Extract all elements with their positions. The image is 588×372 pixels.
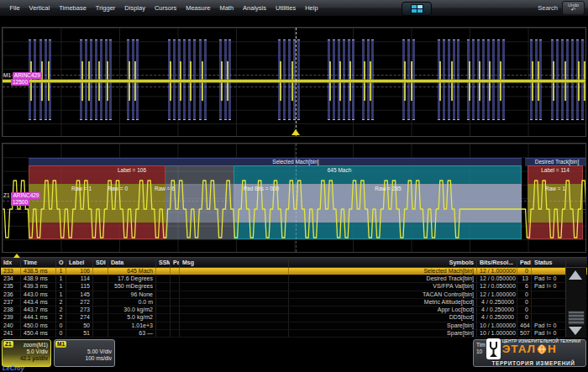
z1-rate-chip: 12500 [11, 199, 29, 206]
menu-item-file[interactable]: File [10, 4, 20, 12]
cell-bits: 12 / 1.000000 [477, 291, 517, 298]
scroll-thumb[interactable] [568, 311, 585, 325]
cell-sdi [93, 307, 108, 313]
table-row-233[interactable]: 233438.5 ms1106645 MachSelected Mach[bin… [1, 268, 587, 275]
zoom-region-cursor[interactable] [296, 28, 297, 136]
trigger-position-marker [291, 129, 300, 135]
column-header-idx[interactable]: Idx [1, 258, 21, 267]
cell-pa [171, 268, 180, 275]
cell-symbols: TACAN Control[bin] [289, 291, 477, 298]
z1-bus-chip: ARINC429 [11, 192, 40, 199]
menu-item-display[interactable]: Display [124, 4, 145, 12]
cell-sdi [93, 275, 108, 282]
m1-trace-descriptor[interactable]: M1 5.00 V/div 100 ms/div [54, 339, 115, 367]
menu-item-help[interactable]: Help [305, 4, 318, 12]
column-header-status[interactable]: Status [532, 258, 566, 267]
cell-pa [171, 330, 180, 337]
m1-badge: M1 [55, 341, 66, 348]
table-row-238[interactable]: 238443.7 ms227330.0 kg/m2Appr Loc[bcd]4 … [1, 307, 587, 314]
column-header-symbols[interactable]: Symbols [289, 258, 477, 267]
cell-pa [171, 322, 180, 329]
cell-ssm [156, 291, 171, 298]
cell-bits: 4 / 0.250000 [477, 299, 517, 306]
zoom-waveform-grid[interactable]: Selected Mach[bin]Label = 106Raw = 1Raw … [2, 143, 586, 253]
cell-ssm [156, 330, 171, 337]
undo-icon: ↶ [571, 7, 576, 13]
cell-idx: 234 [1, 275, 21, 282]
cell-label: 114 [66, 275, 93, 282]
m1-bus-chip: ARINC429 [13, 72, 42, 79]
cell-o: 2 [56, 307, 66, 313]
cell-pad: 0 [517, 299, 532, 306]
column-header-o[interactable]: O [56, 258, 66, 267]
cell-msg [180, 291, 289, 298]
decode-field-value: 645 Mach [328, 167, 352, 173]
table-row-240[interactable]: 240450.0 ms0501.01e+3Spare[bin]10 / 1.00… [1, 322, 587, 330]
cell-idx: 237 [1, 299, 21, 306]
table-header-row: IdxTimeOLabelSDIDataSSMPaMsgSymbolsBits/… [1, 257, 587, 268]
table-row-234[interactable]: 234438.9 ms111417.6 DegreesDesired Track… [1, 275, 587, 283]
menu-item-math[interactable]: Math [219, 4, 234, 12]
cell-sdi [93, 299, 108, 306]
column-header-label[interactable]: Label [66, 258, 93, 267]
z1-vdiv: 5.0 V/div [5, 348, 48, 355]
cell-data: 645 Mach [108, 268, 156, 275]
logo-brand: ЭТАЛ Н [502, 343, 581, 354]
menu-item-cursors[interactable]: Cursors [155, 4, 176, 12]
column-header-bits[interactable]: Bits/Resol... [477, 258, 517, 267]
cell-pad: 6 [517, 283, 532, 290]
table-row-241[interactable]: 241450.4 ms05163 —Spare[bin]10 / 1.00000… [1, 330, 587, 338]
center-cursor [296, 144, 297, 252]
table-scrollbar[interactable] [565, 268, 586, 337]
cell-ssm [156, 275, 171, 282]
table-row-239[interactable]: 239444.1 ms22745.0 kg/m2DD5[bcd]4 / 0.25… [1, 314, 587, 322]
menu-item-trigger[interactable]: Trigger [96, 4, 115, 12]
column-header-data[interactable]: Data [108, 258, 156, 267]
cell-symbols: Selected Mach[bin] [289, 268, 477, 275]
table-body: 233438.5 ms1106645 MachSelected Mach[bin… [1, 268, 587, 338]
cell-time: 450.4 ms [21, 330, 56, 337]
column-header-ssm[interactable]: SSM [156, 258, 171, 267]
display-grid-quadrant [417, 5, 423, 8]
table-row-236[interactable]: 236443.0 ms114596 NoneTACAN Control[bin]… [1, 291, 587, 299]
table-row-235[interactable]: 235439.3 ms1115550 mDegreesVS/FPA Val[bi… [1, 283, 587, 291]
m1-trace-baseline [3, 80, 585, 82]
table-row-237[interactable]: 237443.4 ms22720.0 mMetric Altitude[bcd]… [1, 299, 587, 307]
cell-status [532, 307, 566, 313]
cell-sdi [93, 291, 108, 298]
cell-sdi [93, 314, 108, 321]
decode-field-value: Label = 106 [118, 167, 146, 173]
cell-pad: 464 [517, 322, 532, 329]
globe-icon [537, 344, 547, 354]
column-header-pad[interactable]: Pad [517, 258, 532, 267]
column-header-time[interactable]: Time [21, 258, 56, 267]
decode-raw-value: Raw = 1 [545, 186, 565, 191]
display-grid-quadrant [417, 9, 423, 13]
main-waveform-grid[interactable]: M1 ARINC429 12500 [2, 27, 586, 137]
scroll-up-icon[interactable] [569, 270, 582, 280]
cell-label: 115 [66, 283, 93, 290]
column-header-pa[interactable]: Pa [171, 258, 180, 267]
cell-time: 444.1 ms [21, 314, 56, 321]
cell-time: 438.5 ms [21, 268, 56, 275]
z1-trace-descriptor[interactable]: Z1 zoom(M1) 5.0 V/div 42.1 µs/div [2, 339, 51, 367]
cell-status: Pad != 0 [532, 322, 566, 329]
undo-button[interactable]: Undo ↶ [562, 1, 585, 15]
column-header-msg[interactable]: Msg [180, 258, 289, 267]
cell-pa [171, 314, 180, 321]
column-header-sdi[interactable]: SDI [93, 258, 108, 267]
z1-channel-label: Z1 ARINC429 12500 [3, 192, 40, 206]
display-grid-quadrant [412, 5, 417, 8]
cell-bits: 12 / 0.050000 [477, 275, 517, 282]
display-layout-button[interactable] [402, 2, 432, 16]
scroll-down-icon[interactable] [569, 327, 582, 335]
menu-item-utilities[interactable]: Utilities [276, 4, 296, 12]
menu-item-timebase[interactable]: Timebase [59, 4, 87, 12]
cell-msg [180, 307, 289, 313]
search-button[interactable]: Search [538, 4, 558, 12]
cell-label: 274 [66, 314, 93, 321]
menu-item-measure[interactable]: Measure [186, 4, 210, 12]
cell-o: 2 [56, 299, 66, 306]
menu-item-vertical[interactable]: Vertical [29, 4, 50, 12]
menu-item-analysis[interactable]: Analysis [243, 4, 266, 12]
